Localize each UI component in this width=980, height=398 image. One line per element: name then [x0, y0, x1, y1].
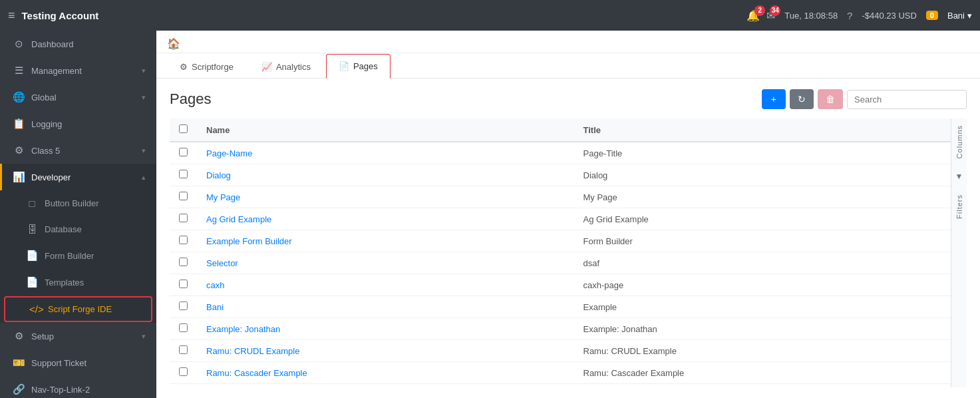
row-name-cell[interactable]: Bani — [197, 296, 574, 318]
row-name-cell[interactable]: Example: Jonathan — [197, 318, 574, 340]
table-wrapper: Name Title Page-Name Page-Title — [170, 118, 967, 387]
user-name: Bani — [947, 11, 965, 21]
class5-icon: ⚙ — [13, 144, 25, 156]
row-checkbox-cell — [170, 208, 197, 230]
select-all-checkbox[interactable] — [179, 124, 188, 133]
sidebar-item-management[interactable]: ☰ Management ▾ — [0, 57, 156, 84]
sidebar-item-script-forge-ide[interactable]: </> Script Forge IDE — [4, 296, 152, 322]
form-builder-icon: 📄 — [26, 250, 38, 262]
home-icon[interactable]: 🏠 — [167, 38, 180, 49]
row-checkbox[interactable] — [179, 170, 188, 178]
sidebar-item-templates[interactable]: 📄 Templates — [0, 269, 156, 296]
header-notif-count: 0 — [926, 11, 938, 20]
table-row: Ag Grid Example Ag Grid Example — [170, 208, 951, 230]
sidebar-item-label: Class 5 — [31, 146, 135, 156]
columns-panel-label[interactable]: Columns — [955, 125, 963, 158]
table-row: Ramu: Echarts Example Ramu: Echarts Exam… — [170, 384, 951, 388]
row-checkbox-cell — [170, 164, 197, 186]
sidebar: ⊙ Dashboard ☰ Management ▾ 🌐 Global ▾ 📋 … — [0, 31, 156, 398]
row-checkbox[interactable] — [179, 345, 188, 354]
sidebar-item-logging[interactable]: 📋 Logging — [0, 110, 156, 137]
row-title-cell: Ramu: Echarts Example — [574, 384, 951, 388]
row-checkbox-cell — [170, 230, 197, 252]
row-checkbox-cell — [170, 142, 197, 164]
sidebar-item-button-builder[interactable]: □ Button Builder — [0, 190, 156, 216]
row-checkbox[interactable] — [179, 236, 188, 244]
row-checkbox[interactable] — [179, 367, 188, 376]
row-name-cell[interactable]: caxh — [197, 274, 574, 296]
row-checkbox[interactable] — [179, 192, 188, 200]
sidebar-item-label: Developer — [31, 172, 135, 182]
table-row: Example: Jonathan Example: Jonathan — [170, 318, 951, 340]
notification-bell[interactable]: 🔔 2 — [746, 9, 760, 22]
user-chevron-icon: ▾ — [967, 11, 972, 21]
sidebar-item-label: Management — [31, 66, 135, 76]
sidebar-item-global[interactable]: 🌐 Global ▾ — [0, 84, 156, 110]
sidebar-item-label: Nav-Top-Link-2 — [31, 385, 146, 395]
row-checkbox-cell — [170, 362, 197, 384]
row-checkbox[interactable] — [179, 214, 188, 222]
tab-label: Scriptforge — [192, 62, 234, 72]
header-time: Tue, 18:08:58 — [784, 11, 838, 21]
row-name-cell[interactable]: My Page — [197, 186, 574, 208]
row-name-cell[interactable]: Ramu: Cascader Example — [197, 362, 574, 384]
hamburger-icon[interactable]: ≡ — [8, 9, 15, 23]
tab-label: Analytics — [276, 62, 311, 72]
sidebar-item-developer[interactable]: 📊 Developer ▴ — [0, 164, 156, 190]
row-name-cell[interactable]: Ag Grid Example — [197, 208, 574, 230]
filter-icon[interactable]: ▼ — [955, 172, 963, 181]
row-name-cell[interactable]: Selector — [197, 252, 574, 274]
row-checkbox-cell — [170, 296, 197, 318]
app-title: Testing Account — [22, 10, 740, 21]
dashboard-icon: ⊙ — [13, 38, 25, 50]
tab-analytics[interactable]: 📈 Analytics — [249, 55, 323, 79]
row-checkbox[interactable] — [179, 301, 188, 310]
chevron-down-icon: ▾ — [142, 67, 146, 75]
row-name-cell[interactable]: Ramu: CRUDL Example — [197, 340, 574, 362]
refresh-button[interactable]: ↻ — [790, 89, 814, 109]
filters-panel-label[interactable]: Filters — [955, 194, 963, 219]
sidebar-item-class5[interactable]: ⚙ Class 5 ▾ — [0, 137, 156, 164]
help-button[interactable]: ? — [847, 10, 852, 21]
row-checkbox[interactable] — [179, 280, 188, 288]
sidebar-item-support-ticket[interactable]: 🎫 Support Ticket — [0, 349, 156, 376]
sidebar-item-database[interactable]: 🗄 Database — [0, 216, 156, 242]
sidebar-item-label: Global — [31, 93, 135, 102]
search-input[interactable] — [847, 90, 967, 109]
row-checkbox[interactable] — [179, 323, 188, 332]
right-panel: Columns ▼ Filters — [951, 118, 967, 387]
global-icon: 🌐 — [13, 91, 25, 103]
chevron-down-icon: ▾ — [142, 332, 146, 341]
row-title-cell: Ramu: CRUDL Example — [574, 340, 951, 362]
row-checkbox[interactable] — [179, 148, 188, 156]
main-layout: ⊙ Dashboard ☰ Management ▾ 🌐 Global ▾ 📋 … — [0, 31, 980, 398]
delete-button[interactable]: 🗑 — [818, 89, 843, 109]
sidebar-item-label: Button Builder — [45, 198, 146, 208]
pages-table: Name Title Page-Name Page-Title — [170, 118, 951, 387]
top-header: ≡ Testing Account 🔔 2 ✉ 34 Tue, 18:08:58… — [0, 0, 980, 31]
row-name-cell[interactable]: Example Form Builder — [197, 230, 574, 252]
row-name-cell[interactable]: Dialog — [197, 164, 574, 186]
row-name-cell[interactable]: Page-Name — [197, 142, 574, 164]
sidebar-item-label: Dashboard — [31, 39, 146, 49]
sidebar-item-dashboard[interactable]: ⊙ Dashboard — [0, 31, 156, 57]
messages-icon-wrapper[interactable]: ✉ 34 — [766, 9, 775, 22]
nav-top-link-icon: 🔗 — [13, 383, 25, 395]
row-title-cell: Dialog — [574, 164, 951, 186]
breadcrumb: 🏠 — [156, 31, 980, 53]
table-row: caxh caxh-page — [170, 274, 951, 296]
tab-scriptforge[interactable]: ⚙ Scriptforge — [167, 55, 246, 79]
row-checkbox[interactable] — [179, 258, 188, 266]
tab-label: Pages — [353, 61, 378, 71]
row-title-cell: Form Builder — [574, 230, 951, 252]
sidebar-item-setup[interactable]: ⚙ Setup ▾ — [0, 323, 156, 349]
table-row: Selector dsaf — [170, 252, 951, 274]
header-user[interactable]: Bani ▾ — [947, 11, 972, 21]
row-name-cell[interactable]: Ramu: Echarts Example — [197, 384, 574, 388]
chevron-down-icon: ▾ — [142, 93, 146, 102]
tab-pages[interactable]: 📄 Pages — [326, 54, 391, 79]
sidebar-item-nav-top-link-2[interactable]: 🔗 Nav-Top-Link-2 — [0, 376, 156, 398]
add-button[interactable]: + — [762, 89, 786, 109]
sidebar-item-form-builder[interactable]: 📄 Form Builder — [0, 242, 156, 269]
table-row: Ramu: CRUDL Example Ramu: CRUDL Example — [170, 340, 951, 362]
